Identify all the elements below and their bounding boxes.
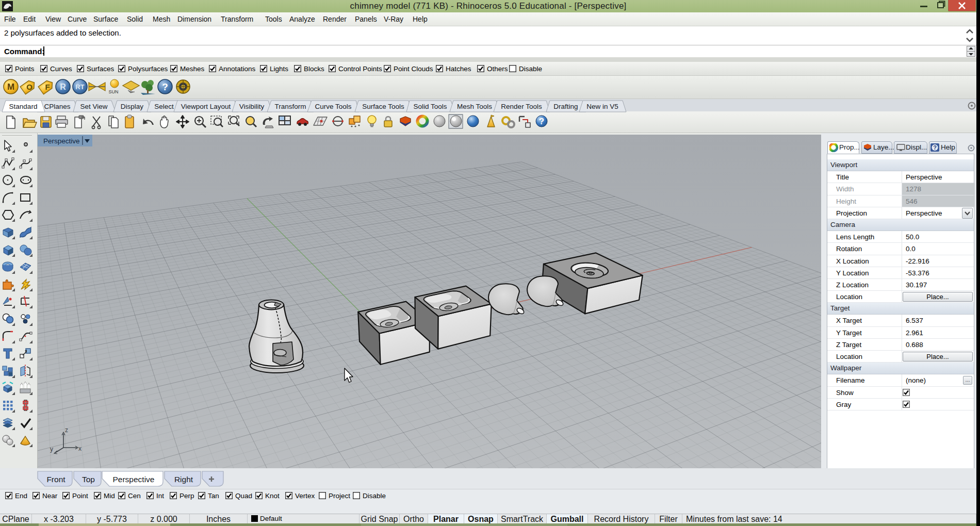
svg-text:?: ? [162, 81, 168, 92]
svg-text:?: ? [933, 144, 937, 151]
svg-text:Solid Tools: Solid Tools [413, 103, 447, 110]
svg-text:Mesh Tools: Mesh Tools [457, 103, 492, 110]
svg-text:Perspective: Perspective [43, 137, 80, 145]
svg-text:z: z [65, 426, 68, 434]
svg-text:Select: Select [154, 103, 174, 110]
svg-text:New in V5: New in V5 [586, 103, 618, 110]
svg-text:M: M [7, 82, 14, 92]
svg-text:Perspective: Perspective [113, 475, 155, 484]
svg-text:Front: Front [46, 475, 66, 484]
svg-text:R: R [60, 83, 66, 91]
svg-text:Transform: Transform [274, 103, 306, 110]
svg-text:Visibility: Visibility [239, 103, 265, 110]
svg-text:Surface Tools: Surface Tools [362, 103, 404, 110]
svg-text:?: ? [539, 117, 544, 126]
svg-text:Top: Top [82, 475, 95, 484]
svg-text:SUN: SUN [108, 89, 118, 94]
svg-text:F: F [45, 83, 50, 91]
svg-text:Viewport Layout: Viewport Layout [181, 103, 231, 110]
svg-text:Display: Display [121, 103, 144, 110]
svg-text:Standard: Standard [9, 103, 38, 110]
svg-text:Drafting: Drafting [553, 103, 578, 110]
svg-text:y: y [50, 446, 53, 453]
svg-text:Render Tools: Render Tools [501, 103, 542, 110]
svg-text:Right: Right [174, 475, 193, 484]
svg-text:O: O [26, 83, 32, 91]
svg-text:RT: RT [75, 83, 84, 91]
svg-text:x: x [78, 445, 81, 452]
svg-text:CPlanes: CPlanes [44, 103, 70, 110]
svg-text:Set View: Set View [80, 103, 107, 110]
svg-text:Curve Tools: Curve Tools [315, 103, 351, 110]
